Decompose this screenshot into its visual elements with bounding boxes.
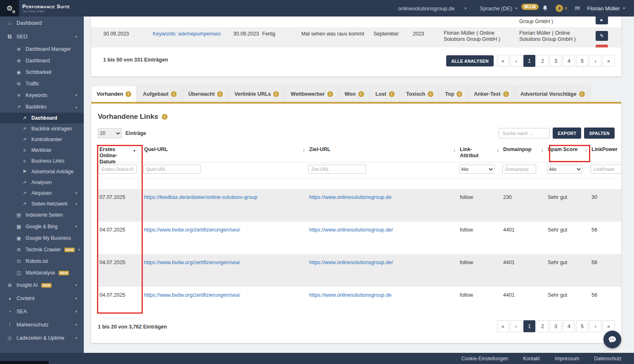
pagination-page-button[interactable]: 5 bbox=[576, 320, 588, 332]
filter-domainpop[interactable] bbox=[502, 165, 536, 174]
pagination-prev-button[interactable]: ‹ bbox=[510, 55, 522, 67]
target-url-link[interactable]: https://www.onlinesolutionsgroup.de bbox=[309, 292, 391, 298]
column-header-domainpop[interactable]: Domainpop ▲▼ bbox=[502, 143, 546, 162]
pagination-page-button[interactable]: 1 bbox=[523, 320, 535, 332]
sidebar-item-insight-ai[interactable]: ⊞ Insight AI NEW ▾ bbox=[0, 279, 84, 292]
sidebar-item-technik-crawler[interactable]: ⚙ Technik Crawler NEW ▾ bbox=[0, 244, 84, 255]
tab-verlinkte-urls[interactable]: Verlinkte URLsi bbox=[229, 85, 284, 102]
pagination-page-button[interactable]: 3 bbox=[550, 320, 562, 332]
pagination-page-button[interactable]: 4 bbox=[563, 320, 575, 332]
sidebar-item-google-my-business[interactable]: ▣ Google My Business bbox=[0, 232, 84, 244]
footer-link-cookie[interactable]: Cookie-Einstellungen bbox=[461, 356, 508, 362]
info-icon[interactable]: i bbox=[217, 91, 223, 97]
sidebar-item-keywords[interactable]: ✳ Keywords ▾ bbox=[0, 90, 84, 101]
sidebar-item-seo[interactable]: G SEO ▾ bbox=[0, 30, 84, 43]
footer-link-datenschutz[interactable]: Datenschutz bbox=[594, 356, 622, 362]
pagination-page-button[interactable]: 1 bbox=[523, 55, 535, 67]
bell-icon[interactable] bbox=[542, 5, 548, 12]
sidebar-item-backlinks[interactable]: ↗ Backlinks ▴ bbox=[0, 101, 84, 113]
columns-button[interactable]: SPALTEN bbox=[584, 128, 615, 139]
sidebar-item-indexierte-seiten[interactable]: ▤ Indexierte Seiten bbox=[0, 209, 84, 221]
user-menu[interactable]: Florian Müller ▾ bbox=[587, 5, 625, 12]
pagination-next-button[interactable]: › bbox=[589, 55, 601, 67]
sidebar-item-marktanalyse[interactable]: ◫ Marktanalyse NEW bbox=[0, 267, 84, 279]
export-button[interactable]: EXPORT bbox=[553, 128, 581, 139]
pagination-prev-button[interactable]: ‹ bbox=[510, 320, 522, 332]
pagination-page-button[interactable]: 4 bbox=[563, 55, 575, 67]
analysis-keywords-link[interactable]: Keywords: wärmepumpenseo bbox=[153, 31, 221, 37]
info-icon[interactable]: i bbox=[171, 91, 177, 97]
target-url-link[interactable]: https://www.onlinesolutionsgroup.de/ bbox=[309, 227, 393, 233]
sidebar-item-traffic[interactable]: ⚙ Traffic bbox=[0, 78, 84, 90]
footer-link-impressum[interactable]: Impressum bbox=[555, 356, 579, 362]
pagination-page-button[interactable]: 2 bbox=[537, 320, 549, 332]
info-icon[interactable]: i bbox=[273, 91, 279, 97]
pagination-first-button[interactable]: « bbox=[497, 55, 509, 67]
envelope-icon[interactable]: ✉ bbox=[575, 5, 580, 12]
info-icon[interactable]: i bbox=[428, 91, 433, 97]
info-icon[interactable]: i bbox=[327, 91, 333, 97]
pagination-page-button[interactable]: 5 bbox=[576, 55, 588, 67]
sidebar-item-backlink-eintragen[interactable]: ↗ Backlink eintragen bbox=[0, 123, 84, 134]
sidebar-item-sichtbarkeit[interactable]: ◉ Sichtbarkeit bbox=[0, 66, 84, 78]
filter-quel-url[interactable] bbox=[143, 165, 201, 174]
filter-spam-score-select[interactable]: Alle bbox=[547, 165, 582, 174]
delete-button-partial[interactable] bbox=[596, 45, 608, 47]
source-url-link[interactable]: https://www.bvdw.org/zertifizierungen/se… bbox=[144, 292, 240, 298]
tab-aufgebaut[interactable]: Aufgebauti bbox=[137, 85, 182, 102]
info-icon[interactable]: i bbox=[358, 91, 364, 97]
tab-anker-text[interactable]: Anker-Texti bbox=[468, 85, 514, 102]
info-icon[interactable]: i bbox=[457, 91, 462, 97]
sidebar-item-dashboard[interactable]: ⌂ Dashboard bbox=[0, 17, 84, 30]
sidebar-item-ladezeiten-uptime[interactable]: ◷ Ladezeiten & Uptime ▾ bbox=[0, 331, 84, 345]
footer-link-kontakt[interactable]: Kontakt bbox=[523, 356, 540, 362]
target-url-link[interactable]: https://www.onlinesolutionsgroup.de bbox=[309, 194, 391, 200]
info-icon[interactable]: i bbox=[125, 91, 131, 97]
source-url-link[interactable]: https://www.bvdw.org/zertifizierungen/se… bbox=[144, 227, 240, 233]
pagination-next-button[interactable]: › bbox=[589, 320, 601, 332]
filter-erstes-online-datum[interactable] bbox=[99, 165, 137, 174]
info-icon[interactable]: i bbox=[503, 91, 509, 97]
domain-selector[interactable]: onlinesolutionsgroup.de ▾ bbox=[398, 5, 466, 12]
column-header-quel-url[interactable]: Quel-URL ▲▼ bbox=[142, 143, 308, 162]
tab-won[interactable]: Woni bbox=[339, 85, 369, 102]
sidebar-item-advertorial-antraege[interactable]: ⚑ Advertorial Anträge bbox=[0, 166, 84, 177]
sidebar-item-markenschutz[interactable]: ! Markenschutz ▾ bbox=[0, 318, 84, 331]
column-header-link-attribut[interactable]: Link-Attribut ▲▼ bbox=[458, 143, 502, 162]
app-logo[interactable]: ⚙⚙ Performance Suite The Future of SEO bbox=[0, 0, 84, 17]
tab-vorhanden[interactable]: Vorhandeni bbox=[91, 85, 137, 102]
open-analysis-button[interactable]: ▶ bbox=[596, 17, 608, 24]
tab-toxisch[interactable]: Toxischi bbox=[401, 85, 439, 102]
sidebar-item-business-links[interactable]: ≡ Business Links bbox=[0, 156, 84, 166]
tab-lost[interactable]: Losti bbox=[370, 85, 400, 102]
tab-advertorial-vorschlaege[interactable]: Advertorial Vorschlägei bbox=[515, 85, 590, 102]
sidebar-item-dashboard-manager[interactable]: ⊕ Dashboard Manager bbox=[0, 43, 84, 55]
info-icon[interactable]: i bbox=[579, 91, 585, 97]
sidebar-item-akquisen[interactable]: ↗ Akquisen ▾ bbox=[0, 188, 84, 199]
column-header-erstes-online-datum[interactable]: Erstes Online-Datum ▼ bbox=[98, 143, 142, 162]
pagination-last-button[interactable]: » bbox=[603, 55, 615, 67]
filter-linkpower[interactable] bbox=[591, 165, 621, 174]
pagination-page-button[interactable]: 3 bbox=[550, 55, 562, 67]
page-size-select[interactable]: 20 bbox=[98, 128, 122, 138]
column-header-spam-score[interactable]: Spam Score ▲▼ bbox=[546, 143, 590, 162]
sidebar-item-seo-dashboard[interactable]: ⊕ Dashboard bbox=[0, 55, 84, 66]
filter-ziel-url[interactable] bbox=[308, 165, 366, 174]
sidebar-item-kontrollcenter[interactable]: ↗ Kontrollcenter bbox=[0, 134, 84, 145]
tab-wettbewerber[interactable]: Wettbewerberi bbox=[285, 85, 338, 102]
search-input[interactable] bbox=[499, 128, 550, 138]
sidebar-item-sea[interactable]: ◔ SEA ▾ bbox=[0, 305, 84, 318]
language-selector[interactable]: Sprache (DE) ▾ bbox=[480, 5, 517, 12]
target-url-link[interactable]: https://www.onlinesolutionsgroup.de/ bbox=[309, 260, 393, 265]
info-icon[interactable]: i bbox=[162, 114, 168, 120]
column-header-ziel-url[interactable]: Ziel-URL ▲▼ bbox=[308, 143, 458, 162]
pagination-page-button[interactable]: 2 bbox=[537, 55, 549, 67]
edit-analysis-button[interactable]: ✎ bbox=[596, 31, 608, 41]
credits-indicator[interactable]: 4 ≡ bbox=[556, 5, 567, 12]
info-icon[interactable]: i bbox=[389, 91, 395, 97]
source-url-link[interactable]: https://www.bvdw.org/zertifizierungen/se… bbox=[144, 260, 240, 265]
sidebar-item-seiten-netzwerk[interactable]: ↗ Seiten-Netzwerk ▾ bbox=[0, 199, 84, 209]
source-url-link[interactable]: https://feedbax.de/anbieter/online-solut… bbox=[144, 194, 258, 200]
all-analyses-button[interactable]: ALLE ANALYSEN bbox=[446, 55, 494, 66]
sidebar-item-content[interactable]: ◕ Content ▾ bbox=[0, 292, 84, 305]
